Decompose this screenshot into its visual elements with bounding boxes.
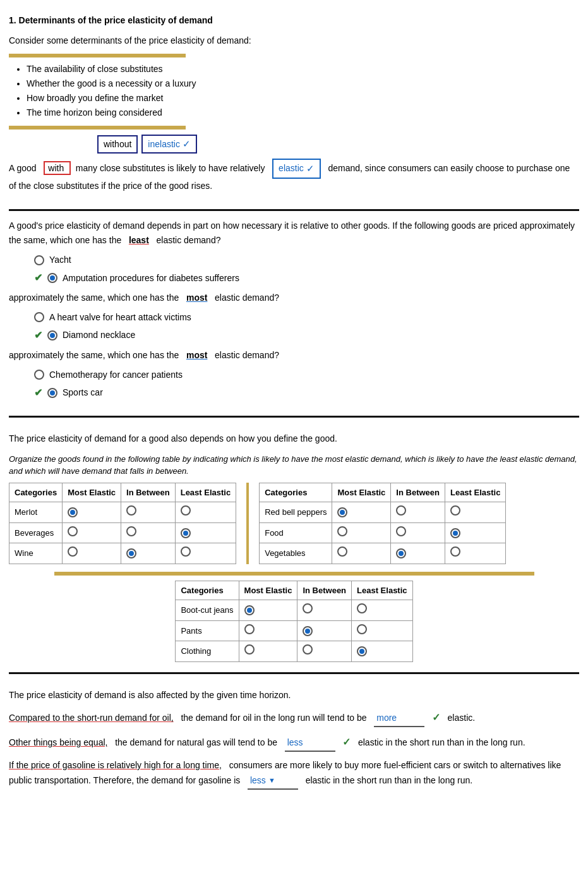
- table-row: Boot-cut jeans: [176, 600, 412, 621]
- t1-r2-most[interactable]: [63, 522, 121, 543]
- without-box[interactable]: without: [97, 135, 138, 154]
- t1-r1-least[interactable]: [175, 502, 236, 523]
- q1-option-1[interactable]: Yacht: [34, 253, 579, 267]
- q2-option-1[interactable]: A heart valve for heart attack victims: [34, 311, 579, 324]
- t2-h1: Categories: [260, 483, 332, 502]
- t2-r3-between[interactable]: [391, 543, 445, 564]
- q1-answer-blank[interactable]: more: [374, 711, 424, 727]
- t2-h3: In Between: [391, 483, 445, 502]
- least-label: least: [129, 235, 149, 245]
- t1-r1-between[interactable]: [121, 502, 176, 523]
- q2-intro: approximately the same, which one has th…: [9, 291, 579, 306]
- q3-dropdown-icon[interactable]: ▼: [268, 775, 275, 787]
- t3-r2-between[interactable]: [297, 620, 352, 641]
- t2-r2-cat: Food: [260, 522, 332, 543]
- t1-r1-most[interactable]: [63, 502, 121, 523]
- section3-instruction: Organize the goods found in the followin…: [9, 453, 579, 478]
- t1-r3-least[interactable]: [175, 543, 236, 564]
- t1-r1-cat: Merlot: [9, 502, 63, 523]
- most2-label: most: [186, 350, 207, 360]
- table-row: Pants: [176, 620, 412, 641]
- t2-r2-most[interactable]: [332, 522, 391, 543]
- para-prefix: A good: [9, 163, 37, 173]
- t1-r2-between[interactable]: [121, 522, 176, 543]
- q3-prefix-link: If the price of gasoline is relatively h…: [9, 760, 222, 770]
- q1-correct-check: ✔: [34, 270, 42, 286]
- section4-q1: Compared to the short-run demand for oil…: [9, 709, 579, 727]
- t1-h4: Least Elastic: [175, 483, 236, 502]
- q3-radio-1[interactable]: [34, 370, 44, 380]
- table-row: Merlot: [9, 502, 236, 523]
- section-2: A good's price elasticity of demand depe…: [9, 211, 579, 418]
- section-1-intro: Consider some determinants of the price …: [9, 33, 579, 49]
- q3-answer-blank[interactable]: less ▼: [248, 773, 298, 790]
- q3-radio-group: Chemotherapy for cancer patients ✔ Sport…: [34, 368, 579, 401]
- most1-label: most: [186, 293, 207, 303]
- t2-r2-between[interactable]: [391, 522, 445, 543]
- section-1-title: 1. Determinants of the price elasticity …: [9, 14, 579, 27]
- q2-answer-blank[interactable]: less: [285, 735, 335, 752]
- t3-r2-least[interactable]: [352, 620, 413, 641]
- t1-r3-most[interactable]: [63, 543, 121, 564]
- t2-r1-most[interactable]: [332, 502, 391, 523]
- table-row: Food: [260, 522, 506, 543]
- t2-h4: Least Elastic: [445, 483, 506, 502]
- q2-correct-check: ✔: [34, 328, 42, 343]
- table-row: Beverages: [9, 522, 236, 543]
- q2-prefix-link: Other things being equal,: [9, 737, 107, 747]
- table1-wrapper: Categories Most Elastic In Between Least…: [9, 483, 236, 564]
- table2-wrapper: Categories Most Elastic In Between Least…: [259, 483, 506, 564]
- gold-bar-top: [9, 54, 186, 57]
- t3-r1-between[interactable]: [297, 600, 352, 621]
- elastic-answer-box[interactable]: elastic ✓: [272, 159, 321, 179]
- t3-r3-most[interactable]: [239, 641, 297, 662]
- t3-r3-least[interactable]: [352, 641, 413, 662]
- q1-radio-2[interactable]: [47, 273, 57, 283]
- t3-r1-least[interactable]: [352, 600, 413, 621]
- q3-intro: approximately the same, which one has th…: [9, 348, 579, 363]
- section-4: The price elasticity of demand is also a…: [9, 674, 579, 802]
- t2-r3-least[interactable]: [445, 543, 506, 564]
- bullet-3: How broadly you define the market: [27, 92, 579, 105]
- t3-h4: Least Elastic: [352, 581, 413, 600]
- table-3: Categories Most Elastic In Between Least…: [175, 581, 412, 662]
- t2-r2-least[interactable]: [445, 522, 506, 543]
- q1-check: ✓: [432, 712, 440, 723]
- section1-main-para: A good with many close substitutes is li…: [9, 159, 579, 193]
- q3-option-2[interactable]: ✔ Sports car: [34, 385, 579, 401]
- q1-option-2[interactable]: ✔ Amputation procedures for diabetes suf…: [34, 270, 579, 286]
- q1-middle: the demand for oil in the long run will …: [181, 713, 366, 723]
- t3-r2-most[interactable]: [239, 620, 297, 641]
- q1-suffix: elastic.: [448, 713, 476, 723]
- section4-q3: If the price of gasoline is relatively h…: [9, 758, 579, 790]
- gold-bar-between-tables: [54, 572, 534, 576]
- t2-h2: Most Elastic: [332, 483, 391, 502]
- t2-r1-least[interactable]: [445, 502, 506, 523]
- t1-r2-least[interactable]: [175, 522, 236, 543]
- t3-r3-between[interactable]: [297, 641, 352, 662]
- t3-h1: Categories: [176, 581, 239, 600]
- table-row: Wine: [9, 543, 236, 564]
- table-row: Vegetables: [260, 543, 506, 564]
- q2-middle: the demand for natural gas will tend to …: [115, 737, 277, 747]
- table-row: Clothing: [176, 641, 412, 662]
- inelastic-box[interactable]: inelastic ✓: [141, 135, 197, 154]
- t1-r2-cat: Beverages: [9, 522, 63, 543]
- q3-radio-2[interactable]: [47, 388, 57, 398]
- t1-r3-between[interactable]: [121, 543, 176, 564]
- gold-bar-bottom: [9, 126, 186, 130]
- q2-radio-group: A heart valve for heart attack victims ✔…: [34, 311, 579, 343]
- table-1: Categories Most Elastic In Between Least…: [9, 483, 236, 564]
- t3-r1-most[interactable]: [239, 600, 297, 621]
- q2-radio-1[interactable]: [34, 312, 44, 322]
- t2-r1-between[interactable]: [391, 502, 445, 523]
- q1-radio-group: Yacht ✔ Amputation procedures for diabet…: [34, 253, 579, 286]
- q3-option-1[interactable]: Chemotherapy for cancer patients: [34, 368, 579, 382]
- t2-r3-cat: Vegetables: [260, 543, 332, 564]
- t2-r1-cat: Red bell peppers: [260, 502, 332, 523]
- q2-radio-2[interactable]: [47, 330, 57, 341]
- t2-r3-most[interactable]: [332, 543, 391, 564]
- q1-radio-1[interactable]: [34, 255, 44, 265]
- q2-option-2[interactable]: ✔ Diamond necklace: [34, 328, 579, 343]
- table-row: Red bell peppers: [260, 502, 506, 523]
